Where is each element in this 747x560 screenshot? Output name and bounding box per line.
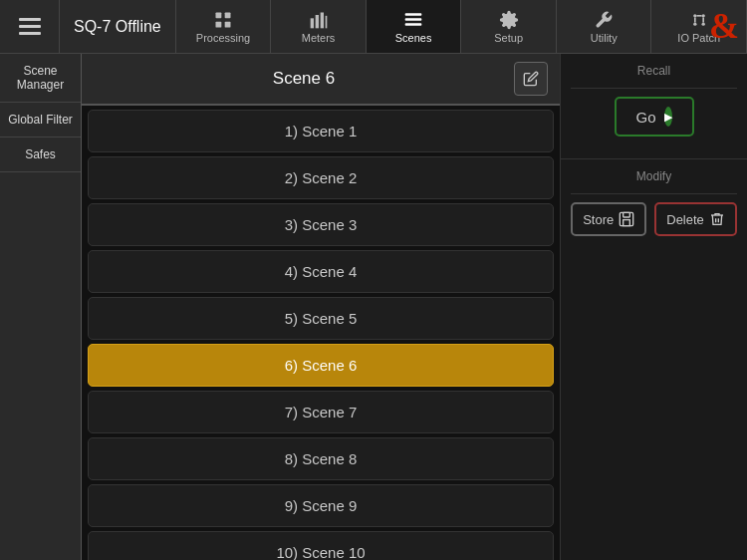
modify-section: Modify Store Delete (561, 159, 747, 246)
tab-setup[interactable]: Setup (461, 0, 557, 53)
svg-rect-0 (216, 12, 222, 18)
scene-item-5[interactable]: 5) Scene 5 (88, 297, 554, 340)
scene-item-4[interactable]: 4) Scene 4 (88, 250, 554, 293)
menu-button[interactable] (0, 0, 60, 53)
svg-rect-8 (405, 13, 422, 16)
svg-rect-7 (325, 15, 327, 28)
tab-utility-label: Utility (591, 32, 618, 44)
delete-button[interactable]: Delete (654, 202, 737, 236)
action-buttons: Store Delete (571, 202, 737, 236)
go-button[interactable]: Go ▶ (615, 97, 694, 137)
svg-rect-4 (310, 18, 313, 28)
brand-ampersand: & (709, 8, 739, 44)
svg-rect-10 (405, 23, 422, 26)
scene-item-3[interactable]: 3) Scene 3 (88, 203, 554, 246)
main-layout: Scene Manager Global Filter Safes Scene … (0, 54, 747, 560)
svg-point-14 (701, 22, 704, 25)
device-name: SQ-7 Offline (60, 0, 176, 53)
setup-icon (499, 10, 519, 30)
tab-processing[interactable]: Processing (176, 0, 272, 53)
right-panel: Recall Go ▶ Modify Store (560, 54, 747, 560)
sidebar-item-safes[interactable]: Safes (0, 138, 81, 172)
scene-item-6[interactable]: 6) Scene 6 (88, 344, 554, 387)
tab-processing-label: Processing (196, 32, 250, 44)
svg-rect-9 (405, 18, 422, 21)
svg-point-13 (693, 22, 696, 25)
tab-utility[interactable]: Utility (557, 0, 652, 53)
scene-item-1[interactable]: 1) Scene 1 (88, 110, 554, 152)
svg-rect-1 (225, 12, 231, 18)
edit-icon (523, 71, 539, 87)
scene-item-2[interactable]: 2) Scene 2 (88, 156, 554, 199)
svg-rect-3 (225, 21, 231, 27)
processing-icon (213, 10, 233, 30)
sidebar-item-scene-manager[interactable]: Scene Manager (0, 54, 81, 103)
io-patch-icon (689, 10, 709, 30)
scene-list-area: Scene 6 1) Scene 12) Scene 23) Scene 34)… (82, 54, 560, 560)
nav-tabs: Processing Meters Scenes Setu (176, 0, 747, 53)
modify-divider (571, 193, 737, 194)
scene-item-10[interactable]: 10) Scene 10 (88, 531, 554, 560)
tab-scenes-label: Scenes (395, 32, 432, 44)
store-icon (619, 211, 634, 227)
tab-scenes[interactable]: Scenes (367, 0, 462, 53)
recall-section: Recall Go ▶ (561, 54, 747, 159)
sidebar: Scene Manager Global Filter Safes (0, 54, 82, 560)
store-button[interactable]: Store (571, 202, 646, 236)
go-arrow-icon: ▶ (664, 107, 672, 127)
store-label: Store (583, 212, 614, 227)
scene-item-7[interactable]: 7) Scene 7 (88, 391, 554, 433)
scene-header: Scene 6 (82, 54, 560, 106)
modify-title: Modify (571, 169, 737, 183)
delete-label: Delete (666, 212, 704, 227)
scenes-icon (403, 10, 423, 30)
go-label: Go (636, 109, 656, 126)
utility-icon (594, 10, 614, 30)
svg-point-12 (701, 14, 704, 17)
recall-title: Recall (571, 64, 737, 78)
hamburger-icon (19, 18, 41, 35)
scene-item-9[interactable]: 9) Scene 9 (88, 484, 554, 527)
tab-meters-label: Meters (302, 32, 336, 44)
top-bar: SQ-7 Offline Processing Meters (0, 0, 747, 54)
svg-rect-5 (315, 15, 318, 28)
edit-scene-button[interactable] (514, 62, 548, 96)
svg-point-11 (693, 14, 696, 17)
trash-icon (709, 211, 725, 227)
svg-rect-19 (623, 212, 630, 217)
scene-item-8[interactable]: 8) Scene 8 (88, 437, 554, 480)
tab-meters[interactable]: Meters (271, 0, 367, 53)
sidebar-item-global-filter[interactable]: Global Filter (0, 103, 81, 138)
svg-rect-2 (216, 21, 222, 27)
scene-items: 1) Scene 12) Scene 23) Scene 34) Scene 4… (82, 106, 560, 560)
recall-divider (571, 88, 737, 89)
svg-rect-6 (320, 12, 323, 28)
tab-setup-label: Setup (494, 32, 523, 44)
meters-icon (309, 10, 329, 30)
scene-header-name: Scene 6 (94, 69, 514, 89)
